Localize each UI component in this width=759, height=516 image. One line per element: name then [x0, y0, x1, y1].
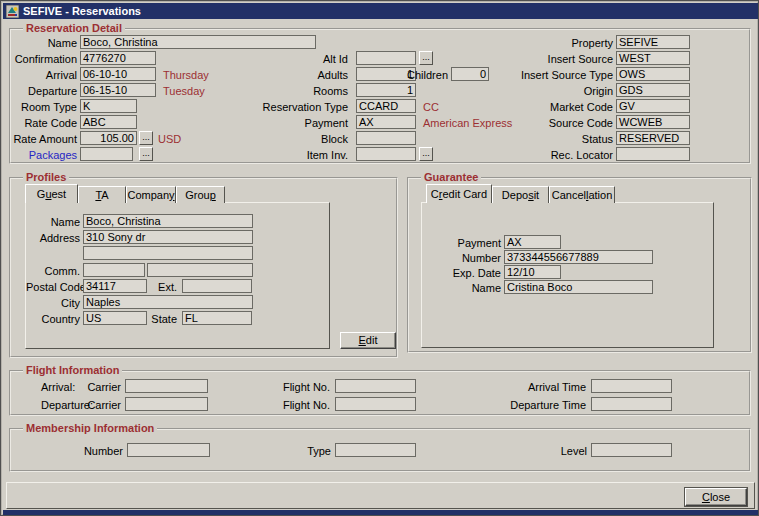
source-code-label: Source Code	[491, 116, 613, 129]
credit-card-tab-panel: Payment AX Number 373344556677889 Exp. D…	[421, 202, 714, 348]
guest-name-label: Name	[26, 215, 80, 228]
departure-day-note: Tuesday	[163, 84, 205, 97]
children-field[interactable]: 0	[451, 67, 489, 81]
tab-ta[interactable]: TA	[78, 186, 126, 203]
guest-city-field[interactable]: Naples	[83, 295, 253, 309]
arrival-day-note: Thursday	[163, 68, 209, 81]
alt-id-label: Alt Id	[241, 52, 348, 65]
window-title: SEFIVE - Reservations	[23, 5, 141, 18]
flight-departure-carrier-field[interactable]	[125, 397, 208, 411]
guarantee-section: Guarantee Credit Card Deposit Cancellati…	[407, 177, 752, 353]
property-field[interactable]: SEFIVE	[616, 35, 690, 49]
packages-field[interactable]	[80, 147, 133, 161]
rate-code-field[interactable]: ABC	[80, 115, 137, 129]
departure-label: Departure	[11, 84, 77, 97]
children-label: Children	[401, 68, 448, 81]
guest-state-field[interactable]: FL	[182, 311, 252, 325]
origin-field[interactable]: GDS	[616, 83, 690, 97]
rate-amount-field[interactable]: 105.00	[80, 131, 137, 145]
tab-deposit[interactable]: Deposit	[492, 186, 549, 203]
flight-arrival-carrier-field[interactable]	[125, 379, 208, 393]
room-type-label: Room Type	[11, 100, 77, 113]
tab-cancellation[interactable]: Cancellation	[549, 186, 615, 203]
alt-id-browse-button[interactable]: ...	[419, 51, 433, 65]
guest-name-field[interactable]: Boco, Christina	[83, 214, 253, 228]
membership-type-field[interactable]	[335, 443, 416, 457]
arrival-field[interactable]: 06-10-10	[80, 67, 156, 81]
status-field[interactable]: RESERVED	[616, 131, 690, 145]
guest-country-field[interactable]: US	[83, 311, 147, 325]
packages-browse-button[interactable]: ...	[139, 147, 153, 161]
confirmation-field[interactable]: 4776270	[80, 51, 156, 65]
block-field[interactable]	[356, 131, 416, 145]
profiles-title: Profiles	[23, 171, 69, 184]
alt-id-field[interactable]	[356, 51, 416, 65]
guest-comm-label: Comm.	[26, 264, 80, 277]
name-field[interactable]: Boco, Christina	[80, 35, 316, 49]
cc-payment-field[interactable]: AX	[504, 235, 561, 249]
guest-comm-field-2[interactable]	[147, 263, 253, 277]
insert-source-field[interactable]: WEST	[616, 51, 690, 65]
reservation-detail-title: Reservation Detail	[23, 22, 125, 35]
packages-link[interactable]: Packages	[11, 148, 77, 161]
close-button[interactable]: Close	[685, 488, 747, 506]
guarantee-title: Guarantee	[421, 171, 481, 184]
guest-ext-field[interactable]	[182, 279, 252, 293]
rec-locator-label: Rec. Locator	[491, 148, 613, 161]
insert-source-type-field[interactable]: OWS	[616, 67, 690, 81]
room-type-field[interactable]: K	[80, 99, 137, 113]
cc-exp-date-field[interactable]: 12/10	[504, 265, 561, 279]
membership-number-field[interactable]	[127, 443, 210, 457]
payment-field[interactable]: AX	[356, 115, 416, 129]
cc-number-label: Number	[422, 251, 501, 264]
cc-name-label: Name	[422, 281, 501, 294]
arrival-time-field[interactable]	[591, 379, 672, 393]
tab-group[interactable]: Group	[176, 186, 225, 203]
guest-postal-code-field[interactable]: 34117	[83, 279, 147, 293]
membership-information-title: Membership Information	[23, 422, 157, 435]
payment-label: Payment	[241, 116, 348, 129]
flight-arrival-no-label: Flight No.	[251, 380, 330, 393]
origin-label: Origin	[491, 84, 613, 97]
tab-guest[interactable]: Guest	[25, 184, 78, 203]
rec-locator-field[interactable]	[616, 147, 690, 161]
guest-postal-code-label: Postal Code	[26, 280, 80, 293]
item-inv-label: Item Inv.	[241, 148, 348, 161]
reservation-type-note: CC	[423, 100, 439, 113]
rooms-label: Rooms	[241, 84, 348, 97]
rate-amount-label: Rate Amount	[11, 132, 77, 145]
tab-credit-card[interactable]: Credit Card	[426, 184, 492, 203]
arrival-label: Arrival	[11, 68, 77, 81]
guest-state-label: State	[146, 312, 177, 325]
item-inv-browse-button[interactable]: ...	[419, 147, 433, 161]
flight-arrival-no-field[interactable]	[335, 379, 416, 393]
bottom-status-strip	[3, 510, 758, 515]
departure-time-field[interactable]	[591, 397, 672, 411]
flight-departure-no-field[interactable]	[335, 397, 416, 411]
market-code-label: Market Code	[491, 100, 613, 113]
property-label: Property	[491, 36, 613, 49]
item-inv-field[interactable]	[356, 147, 416, 161]
flight-departure-carrier-label: Carrier	[71, 398, 121, 411]
source-code-field[interactable]: WCWEB	[616, 115, 690, 129]
rooms-field[interactable]: 1	[356, 83, 416, 97]
reservation-type-field[interactable]: CCARD	[356, 99, 416, 113]
edit-button[interactable]: Edit	[340, 332, 396, 349]
market-code-field[interactable]: GV	[616, 99, 690, 113]
tab-company[interactable]: Company	[126, 186, 176, 203]
footer-bar: Close	[6, 482, 755, 509]
rate-amount-browse-button[interactable]: ...	[139, 131, 153, 145]
guest-comm-field-1[interactable]	[83, 263, 145, 277]
currency-note: USD	[158, 132, 181, 145]
flight-information-section: Flight Information Arrival: Carrier Flig…	[9, 370, 751, 416]
cc-number-field[interactable]: 373344556677889	[504, 250, 653, 264]
cc-name-field[interactable]: Cristina Boco	[504, 280, 653, 294]
block-label: Block	[241, 132, 348, 145]
guest-address-field[interactable]: 310 Sony dr	[83, 230, 253, 244]
departure-field[interactable]: 06-15-10	[80, 83, 156, 97]
guest-address2-field[interactable]	[83, 246, 253, 260]
flight-departure-no-label: Flight No.	[251, 398, 330, 411]
adults-label: Adults	[241, 68, 348, 81]
membership-level-field[interactable]	[591, 443, 672, 457]
cc-payment-label: Payment	[422, 236, 501, 249]
